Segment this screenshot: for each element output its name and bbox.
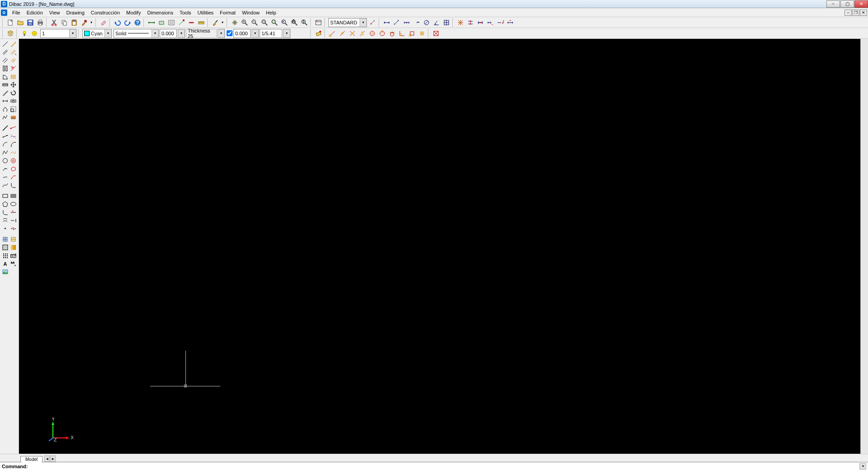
dim-angular-button[interactable] — [432, 18, 441, 27]
document-icon[interactable]: D — [1, 9, 7, 16]
dim-linear-button[interactable] — [382, 18, 391, 27]
dim-diameter-button[interactable] — [422, 18, 431, 27]
dim-edit-button[interactable] — [486, 18, 495, 27]
snap-none-button[interactable] — [432, 29, 441, 38]
command-line[interactable]: Command: ▾ — [0, 462, 868, 470]
scale-input[interactable]: 1/5.41 — [260, 29, 282, 38]
save-button[interactable] — [26, 18, 35, 27]
divide-button[interactable] — [187, 18, 196, 27]
arc-tool[interactable] — [1, 140, 9, 148]
layer-on-icon[interactable] — [20, 29, 29, 38]
leader-tool[interactable] — [9, 173, 18, 181]
spline-tool[interactable] — [9, 148, 18, 156]
list-button[interactable] — [167, 18, 176, 27]
menu-drawing[interactable]: Drawing — [63, 9, 87, 16]
menu-tools[interactable]: Tools — [176, 9, 194, 16]
trim-dim-button[interactable] — [466, 18, 475, 27]
rectangle-tool[interactable] — [1, 192, 9, 200]
mdi-restore-button[interactable]: ❐ — [852, 9, 859, 16]
snap-center-button[interactable] — [368, 29, 377, 38]
ellipse-tool[interactable] — [9, 200, 18, 208]
width-dropdown[interactable]: ▾ — [178, 29, 185, 38]
dim-continue-button[interactable] — [402, 18, 411, 27]
mdi-close-button[interactable]: ✕ — [860, 9, 867, 16]
measure-area-tool[interactable]: m² — [9, 251, 18, 259]
zoom-previous-button[interactable] — [280, 18, 289, 27]
menu-window[interactable]: Window — [239, 9, 263, 16]
menu-modify[interactable]: Modify — [123, 9, 144, 16]
help-button[interactable]: ? — [133, 18, 142, 27]
lineweight-checkbox[interactable] — [227, 30, 232, 36]
vertical-scrollbar[interactable] — [860, 39, 868, 454]
snap-perpendicular-button[interactable] — [398, 29, 407, 38]
stairs-tool[interactable] — [1, 89, 9, 97]
paste-button[interactable] — [70, 18, 79, 27]
value2-dropdown[interactable]: ▾ — [251, 29, 259, 38]
cut-button[interactable] — [50, 18, 59, 27]
cleanup-tool[interactable] — [9, 64, 18, 72]
brush-button[interactable] — [211, 18, 220, 27]
brush-dropdown[interactable]: ▾ — [220, 18, 225, 27]
chevron-down-icon[interactable]: ▾ — [251, 29, 258, 38]
solid-tool[interactable] — [9, 192, 18, 200]
construction-tool[interactable] — [9, 132, 18, 140]
zoom-extents-button[interactable] — [270, 18, 279, 27]
chevron-down-icon[interactable]: ▾ — [104, 29, 111, 38]
new-button[interactable] — [6, 18, 15, 27]
measure-button[interactable] — [197, 18, 206, 27]
zoom-in-button[interactable] — [240, 18, 249, 27]
drawing-canvas[interactable]: X Y Z — [19, 39, 860, 454]
gradient-tool[interactable] — [9, 243, 18, 251]
polygon-tool[interactable] — [1, 200, 9, 208]
snap-tangent-button[interactable] — [388, 29, 397, 38]
close-button[interactable]: ✕ — [854, 0, 868, 8]
dim-radius-button[interactable] — [412, 18, 421, 27]
trim-tool[interactable] — [9, 208, 18, 216]
draw-line-tool[interactable] — [1, 124, 9, 132]
chevron-down-icon[interactable]: ▾ — [218, 29, 224, 38]
mirror-tool[interactable] — [9, 97, 18, 105]
snap-midpoint-button[interactable] — [338, 29, 347, 38]
double-line-tool[interactable] — [1, 48, 9, 56]
zoom-out-button[interactable] — [250, 18, 259, 27]
snap-intersection-button[interactable] — [348, 29, 357, 38]
thickness-dropdown[interactable]: ▾ — [218, 29, 225, 38]
osnap-toggle-button[interactable] — [314, 29, 323, 38]
circle-tool[interactable] — [1, 156, 9, 164]
tab-prev-button[interactable]: ◄ — [44, 456, 50, 462]
menu-dimensions[interactable]: Dimensions — [144, 9, 176, 16]
dimstyle-select[interactable]: STANDARD ▾ — [328, 18, 367, 27]
furniture-tool[interactable] — [9, 113, 18, 121]
rotate-tool[interactable] — [9, 89, 18, 97]
bezier-tool[interactable] — [1, 181, 9, 189]
text-tool[interactable]: A — [1, 259, 9, 268]
column-tool[interactable] — [1, 64, 9, 72]
window-tool[interactable] — [1, 80, 9, 89]
offset-tool[interactable] — [1, 216, 9, 224]
mdi-minimize-button[interactable]: − — [844, 9, 852, 16]
dim-ordinate-button[interactable] — [442, 18, 451, 27]
zoom-window-button[interactable] — [260, 18, 269, 27]
chamfer-tool[interactable] — [1, 208, 9, 216]
circle3p-tool[interactable] — [9, 140, 18, 148]
undo-button[interactable] — [113, 18, 122, 27]
menu-file[interactable]: File — [9, 9, 24, 16]
menu-construccion[interactable]: Construcción — [88, 9, 123, 16]
dim-aligned-button[interactable] — [392, 18, 401, 27]
linetype-select[interactable]: Solid ▾ — [114, 29, 159, 38]
polyline-tool[interactable] — [1, 148, 9, 156]
menu-edicion[interactable]: Edición — [24, 9, 46, 16]
wall-edit-tool[interactable] — [9, 48, 18, 56]
zoom-all-button[interactable]: A — [290, 18, 299, 27]
erase-button[interactable] — [99, 18, 108, 27]
snap-nearest-button[interactable] — [358, 29, 367, 38]
minimize-button[interactable]: − — [826, 0, 840, 8]
revcloud-tool[interactable] — [9, 164, 18, 173]
menu-help[interactable]: Help — [263, 9, 280, 16]
dim-text-button[interactable]: A — [496, 18, 505, 27]
ellipse-arc-tool[interactable] — [1, 173, 9, 181]
scale-dropdown[interactable]: ▾ — [283, 29, 290, 38]
layer-select[interactable]: 1 ▾ — [40, 29, 76, 38]
door-tool[interactable] — [1, 72, 9, 80]
dimstyle-button[interactable] — [368, 18, 377, 27]
